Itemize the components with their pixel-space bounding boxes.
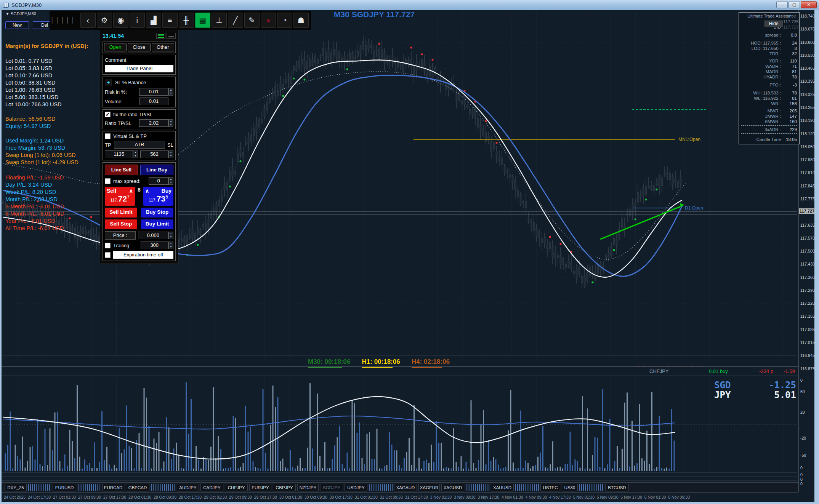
- minimize-button[interactable]: —: [776, 1, 788, 8]
- risk-input[interactable]: 0.01: [139, 88, 168, 96]
- symbol-tab[interactable]: EURUSD: [53, 484, 76, 491]
- hide-button[interactable]: Hide: [764, 20, 783, 27]
- time-axis[interactable]: 24 Oct 202524 Oct 17:3027 Oct 01:3027 Oc…: [2, 492, 798, 502]
- time-axis-label: 4 Nov 17:30: [549, 495, 571, 499]
- symbol-tab[interactable]: XAGEUR: [418, 484, 440, 491]
- trade-panel-tab[interactable]: Close: [128, 43, 150, 51]
- atr-button[interactable]: ATR: [114, 141, 165, 149]
- toolbar-icon[interactable]: ☗: [293, 13, 309, 28]
- symbol-tab[interactable]: EURJPY: [249, 484, 271, 491]
- symbol-tab[interactable]: [579, 484, 604, 491]
- symbol-tab[interactable]: [369, 484, 393, 491]
- symbol-tab[interactable]: US30: [562, 484, 578, 491]
- buy-price: 117.735: [145, 194, 171, 203]
- toolbar-icon[interactable]: i: [130, 13, 145, 28]
- expiration-checkbox[interactable]: [105, 252, 111, 258]
- trailing-stepper[interactable]: ▲▼: [168, 242, 173, 249]
- price-stepper[interactable]: ▲▼: [168, 232, 173, 239]
- price-tick: 118.120: [799, 131, 815, 136]
- price-tick: 118.600: [799, 40, 815, 45]
- trade-panel-tab[interactable]: Open: [104, 43, 127, 51]
- margin-line: Swap Long (1 lot): 0.06 USD: [5, 152, 104, 159]
- line-buy-button[interactable]: Line Buy: [140, 165, 173, 175]
- trade-panel-minimize-icon[interactable]: [167, 33, 176, 39]
- symbol-tab[interactable]: XAGAUD: [394, 484, 417, 491]
- toolbar-icon[interactable]: ‹: [80, 13, 96, 28]
- assistant-row: LOD: 117.650 :8: [741, 46, 797, 51]
- price-tick: 117.775: [799, 197, 815, 201]
- timeframe-timer: M30: 00:18:06: [308, 358, 351, 368]
- buy-stop-button[interactable]: Buy Stop: [141, 208, 173, 218]
- fix-ratio-checkbox[interactable]: ✓: [105, 112, 111, 117]
- symbol-tab[interactable]: CHFJPY: [225, 484, 248, 491]
- symbol-tab[interactable]: USTEC: [540, 484, 560, 491]
- expiration-button[interactable]: Expiration time off: [113, 251, 173, 259]
- assistant-row: HYADR :78: [741, 74, 797, 80]
- symbol-tab[interactable]: [515, 484, 539, 491]
- symbol-tab[interactable]: CADJPY: [200, 484, 223, 491]
- trade-panel-tab[interactable]: Other: [152, 43, 174, 51]
- assistant-row: MWR :205: [741, 108, 797, 114]
- ratio-input[interactable]: 2.02: [139, 119, 168, 127]
- toolbar-icon[interactable]: ●: [261, 13, 276, 28]
- toolbar-icon[interactable]: ⊥: [212, 13, 227, 28]
- symbol-tab[interactable]: NZDJPY: [297, 484, 319, 491]
- toolbar-icon-glyph: ⚙: [101, 16, 108, 25]
- close-button[interactable]: ✕: [801, 1, 817, 8]
- ratio-stepper[interactable]: ▲▼: [168, 119, 173, 127]
- sell-button[interactable]: Sell∧ 117.727: [105, 187, 135, 206]
- symbol-tab[interactable]: BTCUSD: [605, 484, 629, 491]
- symbol-tab[interactable]: [151, 484, 175, 491]
- trailing-input[interactable]: 300: [141, 242, 169, 249]
- symbol-tab[interactable]: GBPCAD: [126, 484, 149, 491]
- symbol-tab[interactable]: EURCAD: [102, 484, 124, 491]
- symbol-tab[interactable]: [28, 484, 51, 491]
- symbol-tab[interactable]: [466, 484, 489, 491]
- price-scale[interactable]: 118.740118.670118.600118.530118.465118.3…: [798, 10, 814, 492]
- chart-symbol-selector[interactable]: ▼ SGDJPY,M30: [5, 11, 36, 16]
- toolbar-icon[interactable]: ✎: [244, 13, 260, 28]
- max-spread-checkbox[interactable]: [105, 178, 111, 184]
- sell-limit-button[interactable]: Sell Limit: [105, 208, 137, 218]
- trade-panel-menu-icon[interactable]: [156, 33, 165, 39]
- toolbar-icon[interactable]: ◔: [277, 13, 292, 28]
- virtual-sltp-checkbox[interactable]: [105, 133, 111, 139]
- assistant-row: TDR :32: [741, 51, 797, 56]
- comment-input[interactable]: Trade Panel: [105, 65, 173, 72]
- sell-stop-button[interactable]: Sell Stop: [105, 219, 137, 229]
- toolbar-icon[interactable]: ╫: [179, 13, 194, 28]
- symbol-tab[interactable]: DXY_Z5: [5, 484, 27, 491]
- buy-button[interactable]: ∧Buy 117.735: [143, 187, 173, 206]
- tp-stepper[interactable]: ▲▼: [133, 150, 138, 158]
- toolbar-grip[interactable]: ▏▏▏▏▏: [52, 17, 78, 24]
- symbol-tab[interactable]: XAUUSD: [491, 484, 514, 491]
- toolbar-icon[interactable]: ⚙: [97, 13, 112, 28]
- symbol-tab[interactable]: AUDJPY: [177, 484, 199, 491]
- toolbar-icon[interactable]: ▦: [195, 13, 210, 28]
- symbol-tab[interactable]: USDJPY: [345, 484, 367, 491]
- new-button[interactable]: New: [5, 21, 29, 29]
- toolbar-icon[interactable]: ≡: [162, 13, 178, 28]
- position-points: -234 p: [759, 368, 773, 374]
- buy-limit-button[interactable]: Buy Limit: [141, 219, 173, 229]
- app-icon: [3, 3, 9, 8]
- sl-stepper[interactable]: ▲▼: [168, 150, 173, 158]
- trailing-checkbox[interactable]: [105, 243, 111, 248]
- max-spread-input[interactable]: 0: [149, 177, 168, 185]
- symbol-tab[interactable]: XAGUSD: [441, 484, 464, 491]
- price-input[interactable]: 0.000: [138, 232, 169, 239]
- expand-risk-button[interactable]: +: [105, 79, 112, 86]
- sl-points-input[interactable]: 562: [140, 150, 168, 158]
- toolbar-icon[interactable]: ◉: [113, 13, 128, 28]
- maximize-button[interactable]: ▢: [789, 1, 800, 8]
- tp-points-input[interactable]: 1135: [105, 150, 133, 158]
- risk-stepper[interactable]: ▲▼: [168, 88, 173, 96]
- toolbar-icon[interactable]: ▟: [146, 13, 161, 28]
- symbol-tab[interactable]: [78, 484, 101, 491]
- line-sell-button[interactable]: Line Sell: [105, 165, 138, 175]
- volume-input[interactable]: 0.01: [139, 98, 168, 105]
- symbol-tab[interactable]: SGDJPY: [320, 484, 343, 491]
- max-spread-stepper[interactable]: ▲▼: [168, 177, 173, 185]
- toolbar-icon[interactable]: ╱: [228, 13, 243, 28]
- symbol-tab[interactable]: GBPJPY: [273, 484, 296, 491]
